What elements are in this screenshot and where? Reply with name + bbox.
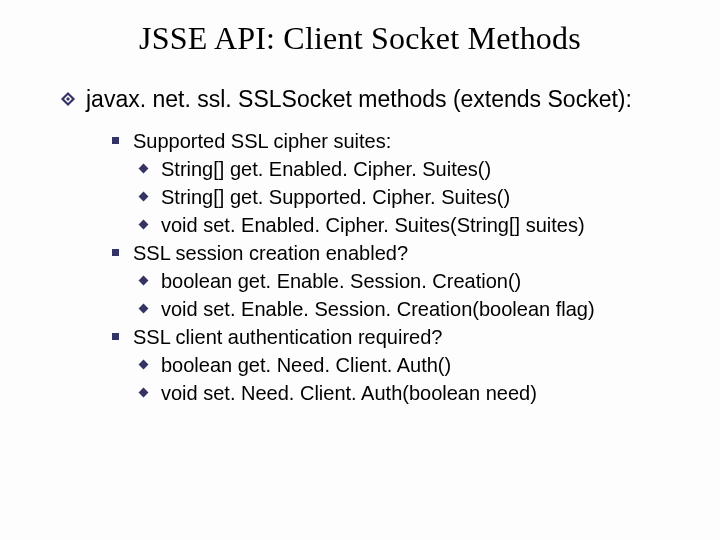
level3-block: boolean get. Need. Client. Auth() void s… [112,352,680,406]
small-diamond-icon [139,359,149,369]
bullet-level2: SSL client authentication required? [112,324,680,350]
level3-text: boolean get. Enable. Session. Creation() [161,268,680,294]
bullet-level3: boolean get. Enable. Session. Creation() [138,268,680,294]
small-diamond-icon [139,163,149,173]
slide: JSSE API: Client Socket Methods javax. n… [0,0,720,540]
bullet-level3: String[] get. Supported. Cipher. Suites(… [138,184,680,210]
level3-text: boolean get. Need. Client. Auth() [161,352,680,378]
slide-body: javax. net. ssl. SSLSocket methods (exte… [0,85,720,406]
small-diamond-icon [139,387,149,397]
bullet-level1: javax. net. ssl. SSLSocket methods (exte… [60,85,680,114]
bullet-level2: Supported SSL cipher suites: [112,128,680,154]
bullet-level3: void set. Enable. Session. Creation(bool… [138,296,680,322]
level3-text: String[] get. Enabled. Cipher. Suites() [161,156,680,182]
level3-block: String[] get. Enabled. Cipher. Suites() … [112,156,680,238]
level3-text: String[] get. Supported. Cipher. Suites(… [161,184,680,210]
level1-text: javax. net. ssl. SSLSocket methods (exte… [86,85,680,114]
level3-block: boolean get. Enable. Session. Creation()… [112,268,680,322]
level3-text: void set. Enabled. Cipher. Suites(String… [161,212,680,238]
level2-text: SSL client authentication required? [133,324,680,350]
level3-text: void set. Enable. Session. Creation(bool… [161,296,680,322]
level2-text: Supported SSL cipher suites: [133,128,680,154]
square-icon [112,137,119,144]
bullet-level2: SSL session creation enabled? [112,240,680,266]
small-diamond-icon [139,303,149,313]
bullet-level3: boolean get. Need. Client. Auth() [138,352,680,378]
bullet-level3: void set. Need. Client. Auth(boolean nee… [138,380,680,406]
diamond-icon [60,91,76,107]
small-diamond-icon [139,219,149,229]
bullet-level3: void set. Enabled. Cipher. Suites(String… [138,212,680,238]
square-icon [112,249,119,256]
small-diamond-icon [139,191,149,201]
level3-text: void set. Need. Client. Auth(boolean nee… [161,380,680,406]
small-diamond-icon [139,275,149,285]
page-title: JSSE API: Client Socket Methods [0,20,720,57]
level2-text: SSL session creation enabled? [133,240,680,266]
square-icon [112,333,119,340]
level2-block: Supported SSL cipher suites: String[] ge… [60,128,680,406]
bullet-level3: String[] get. Enabled. Cipher. Suites() [138,156,680,182]
